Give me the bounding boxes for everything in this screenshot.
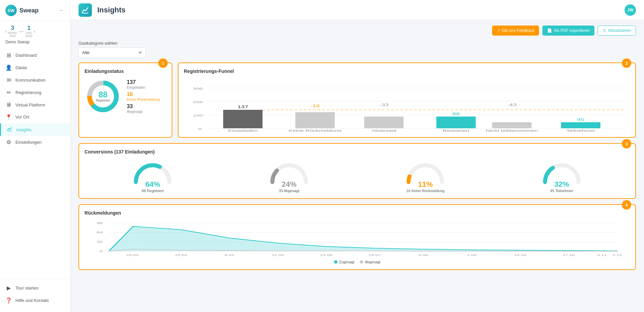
- svg-text:8.05.: 8.05.: [225, 253, 235, 256]
- card4-wrapper: 4 Rückmeldungen 96 64 32 0: [78, 204, 636, 270]
- svg-text:-33: -33: [379, 103, 388, 107]
- gauge-sub: 16 Keine Rückmeldung: [357, 189, 494, 193]
- sidebar-item-insights[interactable]: Insights: [0, 123, 70, 136]
- feedback-label: Gib uns Feedback: [502, 28, 534, 33]
- tour-icon: ▶: [5, 285, 12, 291]
- svg-rect-18: [296, 112, 335, 128]
- card1-title: Einladungsstatus: [85, 69, 166, 74]
- content-area: ↗ Gib uns Feedback 📄 Als PDF exportieren…: [70, 20, 644, 312]
- donut-text: Registriert: [96, 99, 110, 102]
- virtual-icon: 🖥: [5, 102, 12, 108]
- svg-text:88: 88: [452, 112, 460, 116]
- date-next-arrow[interactable]: ›: [34, 29, 35, 34]
- svg-text:1.09.: 1.09.: [467, 253, 478, 256]
- svg-text:45: 45: [577, 118, 584, 122]
- svg-text:Teilnehmer: Teilnehmer: [566, 129, 595, 132]
- filter-label: Gastkategorie wählen: [78, 41, 636, 46]
- gauge-pct: 32%: [494, 180, 630, 189]
- stat-label: Abgesagt: [127, 109, 160, 114]
- sidebar: SW Sweap ← ‹ 3 MÄRZ 2022 — 1 JAN. 2023 ›…: [0, 0, 70, 312]
- action-bar: ↗ Gib uns Feedback 📄 Als PDF exportieren…: [78, 26, 636, 36]
- feedback-button[interactable]: ↗ Gib uns Feedback: [492, 26, 539, 36]
- rueckmeldungen-chart: 96 64 32 0 23.03. 15.04. 8.05. 31.05. 23…: [85, 220, 630, 257]
- card-conversions: 3 Conversions (137 Einladungen) 64% 88 R…: [78, 143, 636, 199]
- card-badge-3: 3: [622, 139, 631, 148]
- collapse-button[interactable]: ←: [59, 7, 65, 14]
- registrierung-icon: ✏: [5, 89, 12, 96]
- card3-title: Conversions (137 Einladungen): [85, 149, 630, 154]
- svg-text:17.10.: 17.10.: [562, 253, 576, 256]
- date-start: 3 MÄRZ 2022: [8, 25, 17, 38]
- refresh-label: Aktualisieren: [608, 28, 631, 33]
- cards-row-1: 1 Einladungsstatus: [78, 62, 636, 138]
- date-end-year: 2023: [25, 35, 32, 38]
- user-avatar[interactable]: JW: [625, 4, 636, 16]
- card-funnel: 2 Registrierungs-Funnel 0 100 200 300: [178, 62, 636, 138]
- sidebar-item-einstellungen[interactable]: ⚙ Einstellungen: [0, 136, 70, 148]
- hilfe-icon: ❓: [5, 297, 12, 304]
- sidebar-item-tour[interactable]: ▶ Tour starten: [0, 282, 70, 294]
- date-end: 1 JAN. 2023: [25, 25, 32, 38]
- sidebar-item-virtual[interactable]: 🖥 Virtual Platform: [0, 99, 70, 111]
- svg-text:32: 32: [97, 240, 103, 243]
- sidebar-item-dashboard[interactable]: ⊞ Dashboard: [0, 49, 70, 61]
- legend-dot-zugesagt: [334, 260, 337, 264]
- svg-text:200: 200: [193, 100, 203, 104]
- sidebar-item-vorort[interactable]: 📍 Vor Ort: [0, 111, 70, 123]
- sidebar-item-label: Gäste: [15, 65, 27, 70]
- svg-text:31.05.: 31.05.: [272, 253, 285, 256]
- sidebar-item-registrierung[interactable]: ✏ Registrierung: [0, 86, 70, 99]
- svg-text:0: 0: [100, 250, 103, 253]
- card3-wrapper: 3 Conversions (137 Einladungen) 64% 88 R…: [78, 143, 636, 199]
- filter-area: Gastkategorie wählen Alle: [78, 41, 636, 58]
- svg-rect-14: [223, 110, 262, 128]
- svg-text:Nicht teilgenommen: Nicht teilgenommen: [486, 129, 538, 132]
- feedback-icon: ↗: [497, 28, 500, 33]
- svg-text:23.03.: 23.03.: [126, 253, 140, 256]
- card-badge-4: 4: [622, 200, 631, 210]
- dashboard-icon: ⊞: [5, 52, 12, 58]
- sidebar-header: SW Sweap ←: [0, 0, 70, 21]
- sidebar-item-label: Kommunikation: [15, 78, 46, 83]
- date-range: ‹ 3 MÄRZ 2022 — 1 JAN. 2023 ›: [0, 21, 70, 39]
- svg-text:16.07.: 16.07.: [369, 253, 382, 256]
- sidebar-item-kommunikation[interactable]: ✉ Kommunikation: [0, 74, 70, 86]
- gauge-pct: 64%: [85, 180, 221, 189]
- event-name: Demo Sweap: [0, 39, 70, 48]
- svg-text:23.06.: 23.06.: [320, 253, 334, 256]
- date-end-num: 1: [25, 25, 32, 32]
- stat-label: Keine Rückmeldung: [127, 97, 160, 101]
- stat-keine-rueckmeldung: 16 Keine Rückmeldung: [127, 91, 160, 101]
- sidebar-item-gaeste[interactable]: 👤 Gäste: [0, 61, 70, 74]
- sidebar-item-label: Virtual Platform: [15, 102, 45, 107]
- svg-text:2.12.: 2.12.: [612, 253, 623, 256]
- svg-text:8.08.: 8.08.: [419, 253, 429, 256]
- card-badge-2: 2: [622, 58, 631, 68]
- sidebar-item-label: Einstellungen: [15, 140, 42, 145]
- svg-rect-24: [492, 122, 531, 128]
- date-prev-arrow[interactable]: ‹: [5, 29, 7, 34]
- donut-chart: 88 Registriert: [85, 78, 121, 115]
- sidebar-item-hilfe[interactable]: ❓ Hilfe und Kontakt: [0, 294, 70, 307]
- main-nav: ⊞ Dashboard 👤 Gäste ✉ Kommunikation ✏ Re…: [0, 48, 70, 279]
- refresh-button[interactable]: ↻ Aktualisieren: [598, 26, 636, 36]
- svg-text:-43: -43: [507, 103, 517, 107]
- export-button[interactable]: 📄 Als PDF exportieren: [542, 26, 594, 36]
- card4-title: Rückmeldungen: [85, 210, 630, 216]
- logo-area: SW Sweap: [5, 5, 39, 16]
- legend-label-abgesagt: Abgesagt: [365, 260, 380, 264]
- gaeste-icon: 👤: [5, 64, 12, 71]
- stat-num: 137: [127, 79, 160, 85]
- svg-text:100: 100: [193, 114, 203, 117]
- sidebar-item-label: Tour starten: [15, 285, 39, 291]
- donut-num: 88: [96, 91, 110, 99]
- gauge-registriert: 64% 88 Registriert: [85, 159, 221, 193]
- sidebar-footer: ▶ Tour starten ❓ Hilfe und Kontakt: [0, 279, 70, 312]
- vorort-icon: 📍: [5, 114, 12, 120]
- svg-rect-20: [364, 117, 404, 128]
- sidebar-item-label: Vor Ort: [15, 115, 29, 120]
- sidebar-item-label: Dashboard: [15, 53, 37, 58]
- rueckmeldungen-legend: Zugesagt Abgesagt: [85, 260, 630, 264]
- filter-select[interactable]: Alle: [78, 47, 146, 58]
- svg-text:0: 0: [198, 127, 202, 131]
